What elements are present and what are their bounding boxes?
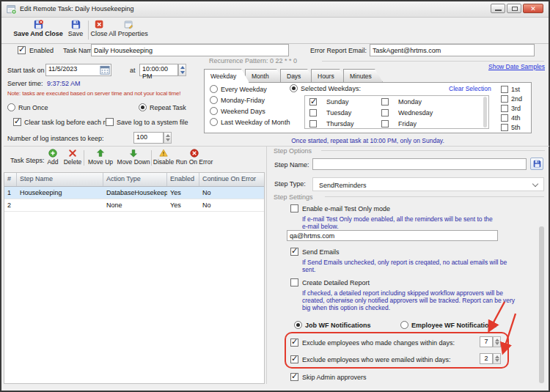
send-emails-note: If Send Emails unchecked, only report is…: [302, 259, 515, 273]
tab-days[interactable]: Days: [280, 69, 315, 82]
weekday-listbox-scrollbar[interactable]: [483, 97, 487, 127]
skip-admin-label: Skip Admin approvers: [302, 374, 367, 381]
table-row[interactable]: 2 None Yes No: [4, 199, 264, 212]
maximize-button[interactable]: [507, 4, 521, 13]
weekend-days-radio[interactable]: [210, 107, 218, 115]
col-header-num[interactable]: #: [4, 173, 17, 186]
enabled-checkbox[interactable]: [18, 46, 26, 54]
ordinal-2nd-checkbox[interactable]: [501, 95, 508, 103]
task-name-input[interactable]: [91, 44, 289, 56]
window-icon: [7, 4, 17, 15]
cell-step-name: [17, 199, 103, 211]
last-weekday-radio[interactable]: [210, 118, 218, 126]
exclude-emailed-checkbox[interactable]: [290, 355, 298, 363]
close-label: Close: [90, 30, 107, 37]
skip-admin-checkbox[interactable]: [290, 373, 298, 381]
clear-log-checkbox[interactable]: [13, 118, 21, 126]
exclude-emailed-field[interactable]: 2: [480, 353, 493, 364]
exclude-changes-spinner[interactable]: [493, 336, 501, 347]
run-once-radio[interactable]: [7, 103, 15, 111]
window-title: Edit Remote Task: Daily Housekeeping: [20, 5, 133, 12]
close-button[interactable]: Close: [89, 20, 109, 37]
step-type-dropdown[interactable]: SendReminders: [312, 177, 544, 191]
save-and-close-icon: [34, 20, 43, 29]
ordinal-4th-checkbox[interactable]: [501, 114, 508, 122]
group-line: [321, 150, 545, 151]
test-email-input[interactable]: [287, 230, 498, 241]
maximize-icon: [512, 7, 518, 11]
step-settings-scrollbar[interactable]: [539, 226, 544, 383]
step-type-label: Step Type:: [274, 180, 306, 188]
log-instances-spinner[interactable]: [164, 132, 172, 144]
step-name-input[interactable]: [312, 158, 527, 170]
ordinal-2nd-label: 2nd: [511, 95, 522, 103]
tab-month[interactable]: Month: [245, 69, 285, 82]
tab-weekday[interactable]: Weekday: [204, 69, 249, 83]
exclude-emailed-label: Exclude employees who were emailed withi…: [302, 356, 451, 363]
all-properties-icon: [124, 20, 133, 29]
run-once-label: Run Once: [18, 104, 48, 111]
weekday-friday-label: Friday: [398, 120, 417, 127]
detailed-report-checkbox[interactable]: [290, 278, 298, 286]
weekday-friday-checkbox[interactable]: [381, 120, 389, 127]
server-time-note: Note: tasks are executed based on server…: [7, 90, 180, 97]
annotation-arrow-2: [503, 314, 516, 352]
log-instances-field[interactable]: 100: [133, 132, 164, 144]
start-task-label: Start task on: [7, 67, 45, 74]
col-header-action-type[interactable]: Action Type: [103, 173, 167, 186]
weekday-tuesday-checkbox[interactable]: [309, 109, 317, 117]
titlebar[interactable]: Edit Remote Task: Daily Housekeeping ✕: [1, 1, 549, 18]
clear-selection-link[interactable]: Clear Selection: [449, 85, 491, 92]
tab-hours[interactable]: Hours: [311, 69, 348, 82]
exclude-changes-checkbox[interactable]: [290, 339, 298, 347]
all-properties-button[interactable]: All Properties: [109, 20, 148, 37]
employee-wf-label: Employee WF Notifications: [411, 322, 496, 329]
test-mode-label: Enable e-mail Test Only mode: [302, 205, 390, 212]
save-and-close-button[interactable]: Save And Close: [9, 20, 67, 37]
send-emails-checkbox[interactable]: [290, 248, 298, 256]
start-date-field[interactable]: 11/5/2023: [45, 64, 111, 76]
log-instances-label: Number of log instances to keep:: [7, 135, 104, 142]
weekday-sunday-checkbox[interactable]: [309, 98, 317, 106]
exclude-changes-field[interactable]: 7: [480, 336, 493, 347]
monday-friday-radio[interactable]: [210, 96, 218, 104]
calendar-icon[interactable]: [100, 65, 110, 75]
save-log-checkbox[interactable]: [106, 118, 114, 126]
col-header-step-name[interactable]: Step Name: [17, 173, 103, 186]
ordinal-1st-checkbox[interactable]: [501, 86, 508, 93]
save-button[interactable]: Save: [64, 20, 87, 37]
col-header-enabled[interactable]: Enabled: [167, 173, 199, 186]
employee-wf-radio[interactable]: [400, 321, 408, 329]
time-spinner[interactable]: [178, 64, 186, 76]
disable-label: Disable: [153, 158, 174, 166]
exclude-changes-label: Exclude employees who made changes withi…: [302, 339, 455, 347]
weekday-wednesday-checkbox[interactable]: [381, 109, 389, 117]
start-time-field[interactable]: 10:00:00 PM: [139, 64, 178, 76]
panel-splitter[interactable]: [266, 147, 267, 384]
test-mode-checkbox[interactable]: [290, 204, 298, 212]
close-window-button[interactable]: ✕: [523, 4, 543, 13]
ordinal-5th-checkbox[interactable]: [501, 124, 508, 131]
col-header-continue-on-error[interactable]: Continue On Error: [199, 173, 264, 186]
tab-minutes[interactable]: Minutes: [343, 69, 383, 82]
run-on-error-button[interactable]: Run On Error: [173, 149, 216, 166]
spin-down-icon: [495, 359, 499, 362]
save-step-name-button[interactable]: [530, 158, 543, 170]
weekday-thursday-label: Thursday: [326, 120, 354, 127]
weekday-thursday-checkbox[interactable]: [309, 120, 317, 127]
cell-action-type: DatabaseHousekeepir: [103, 187, 167, 199]
save-icon: [533, 158, 541, 171]
repeat-task-radio[interactable]: [139, 103, 147, 111]
job-wf-radio[interactable]: [294, 321, 302, 329]
error-email-input[interactable]: [370, 44, 535, 56]
monday-friday-label: Monday-Friday: [221, 97, 265, 104]
selected-weekdays-radio[interactable]: [290, 84, 298, 92]
exclude-emailed-spinner[interactable]: [493, 353, 501, 364]
show-date-samples-link[interactable]: Show Date Samples: [471, 63, 545, 70]
ordinal-3rd-checkbox[interactable]: [501, 105, 508, 112]
table-row[interactable]: 1 Housekeeping DatabaseHousekeepir Yes N…: [4, 187, 264, 199]
every-weekday-radio[interactable]: [210, 85, 218, 93]
step-settings-header: Step Settings: [274, 193, 313, 201]
minimize-button[interactable]: [491, 4, 505, 13]
weekday-monday-checkbox[interactable]: [381, 98, 389, 106]
